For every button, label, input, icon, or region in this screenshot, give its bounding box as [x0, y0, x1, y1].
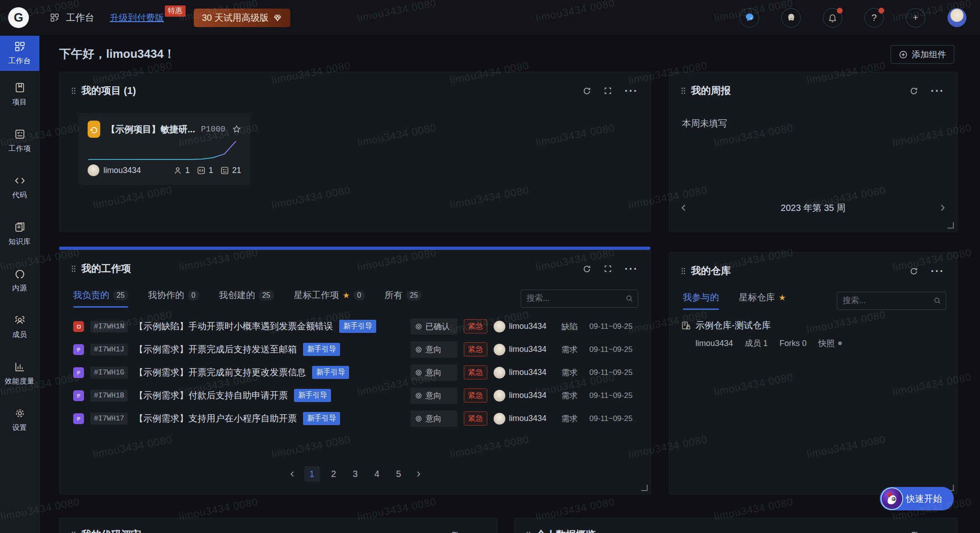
add-widget-button[interactable]: 添加组件 [891, 45, 954, 64]
workitem-title[interactable]: 【示例需求】开票完成后支持发送至邮箱 [134, 343, 297, 355]
assignee[interactable]: limou3434 [494, 367, 555, 379]
workitem-row[interactable]: #I7WH1N 【示例缺陷】手动开票时小概率遇到发票金额错误 新手引导 已确认 … [60, 315, 651, 338]
sidebar-item-settings[interactable]: 设置 [0, 397, 39, 443]
quick-start-button[interactable]: 快速开始 [880, 487, 954, 510]
avatar [494, 413, 505, 425]
project-tile[interactable]: 【示例项目】敏捷研... P1000 limou3434 1 [79, 113, 250, 185]
prev-page-chevron-icon[interactable] [287, 470, 298, 478]
status-pill[interactable]: 意向 [411, 388, 457, 404]
card-title: 我的仓库 [691, 264, 731, 278]
weekly-empty-text: 本周未填写 [682, 117, 727, 130]
status-label: 意向 [425, 413, 442, 424]
help-icon[interactable]: ? [864, 8, 884, 28]
workitem-row[interactable]: #I7WH1B 【示例需求】付款后支持自助申请开票 新手引导 意向 紧急 lim… [60, 384, 651, 407]
app-logo[interactable]: G [8, 7, 29, 28]
repo-forks: Forks 0 [779, 339, 807, 348]
sidebar-item-members[interactable]: 成员 [0, 304, 39, 350]
page-number[interactable]: 3 [348, 466, 363, 482]
card-title: 我的代码评审 [81, 528, 141, 533]
repos-search-input[interactable] [837, 292, 946, 310]
user-avatar[interactable] [947, 8, 966, 27]
workitem-row[interactable]: #I7WH1G 【示例需求】开票完成前支持更改发票信息 新手引导 意向 紧急 l… [60, 361, 651, 384]
repos-tab[interactable]: 我参与的 [683, 291, 719, 310]
workitems-tab[interactable]: 我协作的 0 [148, 289, 199, 308]
drag-handle-icon[interactable] [71, 265, 76, 272]
sidebar-item-metrics[interactable]: 效能度量 [0, 350, 39, 397]
more-menu-icon[interactable]: ··· [625, 89, 638, 93]
trial-button[interactable]: 30 天试用高级版 [194, 9, 290, 27]
workitems-search [521, 290, 638, 308]
tab-count-badge: 0 [188, 290, 199, 300]
sidebar-item-workbench[interactable]: 工作台 [0, 35, 39, 71]
workitem-title[interactable]: 【示例缺陷】手动开票时小概率遇到发票金额错误 [134, 320, 333, 332]
drag-handle-icon[interactable] [681, 87, 686, 94]
repos-tab[interactable]: 星标仓库 ★ [739, 291, 786, 310]
repo-item[interactable]: 示例仓库-测试仓库 limou3434 成员 1 Forks 0 快照 [681, 319, 945, 349]
resize-handle[interactable] [641, 485, 648, 491]
sidebar-item-label: 项目 [12, 98, 27, 107]
more-menu-icon[interactable]: ··· [625, 266, 638, 271]
assignee[interactable]: limou3434 [494, 390, 555, 402]
drag-handle-icon[interactable] [681, 267, 686, 275]
tab-label: 我负责的 [73, 289, 109, 301]
upgrade-link[interactable]: 升级到付费版 [110, 12, 164, 24]
workitem-row[interactable]: #I7WH17 【示例需求】支持用户在小程序自助开票 新手引导 意向 紧急 li… [60, 407, 651, 430]
refresh-icon[interactable] [910, 531, 918, 533]
sidebar-item-code[interactable]: 代码 [0, 164, 39, 210]
drag-handle-icon[interactable] [71, 531, 76, 533]
topbar-workspace-label[interactable]: 工作台 [66, 11, 94, 24]
next-page-chevron-icon[interactable] [413, 470, 424, 478]
notifications-bell-icon[interactable] [823, 8, 842, 28]
refresh-icon[interactable] [583, 265, 591, 273]
card-title: 个人数据概览 [536, 528, 596, 533]
pagination: 12345 [60, 466, 651, 482]
refresh-icon[interactable] [450, 531, 458, 533]
page-number[interactable]: 2 [326, 466, 341, 482]
page-number[interactable]: 5 [391, 466, 406, 482]
page-number[interactable]: 4 [369, 466, 385, 482]
drag-handle-icon[interactable] [71, 87, 76, 94]
mascot-icon[interactable] [781, 8, 801, 28]
workitems-tab[interactable]: 星标工作项 ★ 0 [294, 289, 365, 308]
page-number[interactable]: 1 [304, 466, 320, 482]
more-menu-icon[interactable]: ··· [931, 89, 944, 93]
sidebar-item-innersource[interactable]: 内源 [0, 257, 39, 304]
workitems-tab[interactable]: 我创建的 25 [219, 289, 274, 308]
apps-grid-icon[interactable] [50, 13, 60, 23]
assignee[interactable]: limou3434 [494, 321, 555, 332]
resize-handle[interactable] [947, 222, 954, 229]
requirement-icon [73, 413, 84, 424]
assignee[interactable]: limou3434 [494, 413, 555, 425]
expand-icon[interactable] [604, 265, 612, 273]
workitem-title[interactable]: 【示例需求】开票完成前支持更改发票信息 [134, 366, 306, 379]
refresh-icon[interactable] [910, 267, 918, 276]
repo-name[interactable]: 示例仓库-测试仓库 [695, 319, 771, 332]
workitem-dates: 09-11~09-25 [589, 391, 638, 400]
workitems-tab[interactable]: 我负责的 25 [73, 289, 128, 308]
assignee[interactable]: limou3434 [494, 344, 555, 355]
sidebar-item-wiki[interactable]: 知识库 [0, 210, 39, 257]
star-outline-icon[interactable] [232, 125, 241, 134]
workitems-tab[interactable]: 所有 25 [385, 289, 422, 308]
metrics-icon [14, 361, 26, 373]
status-pill[interactable]: 意向 [411, 341, 457, 358]
workitems-search-input[interactable] [521, 290, 638, 308]
status-pill[interactable]: 已确认 [411, 318, 457, 335]
ai-chat-icon[interactable] [740, 8, 759, 28]
refresh-icon[interactable] [583, 87, 591, 95]
workitem-title[interactable]: 【示例需求】付款后支持自助申请开票 [134, 389, 288, 402]
expand-icon[interactable] [604, 87, 612, 95]
tab-label: 我创建的 [219, 289, 255, 301]
sidebar-item-workitems[interactable]: 工作项 [0, 117, 39, 164]
status-pill[interactable]: 意向 [411, 365, 457, 381]
guide-badge: 新手引导 [339, 320, 376, 333]
workitem-title[interactable]: 【示例需求】支持用户在小程序自助开票 [134, 412, 297, 425]
status-pill[interactable]: 意向 [411, 411, 457, 427]
more-menu-icon[interactable]: ··· [931, 269, 944, 273]
sidebar-item-projects[interactable]: 项目 [0, 71, 39, 117]
guide-badge: 新手引导 [294, 389, 331, 402]
create-plus-icon[interactable]: + [906, 8, 925, 28]
workitem-row[interactable]: #I7WH1J 【示例需求】开票完成后支持发送至邮箱 新手引导 意向 紧急 li… [60, 338, 651, 361]
refresh-icon[interactable] [910, 87, 918, 95]
drag-handle-icon[interactable] [526, 531, 531, 533]
